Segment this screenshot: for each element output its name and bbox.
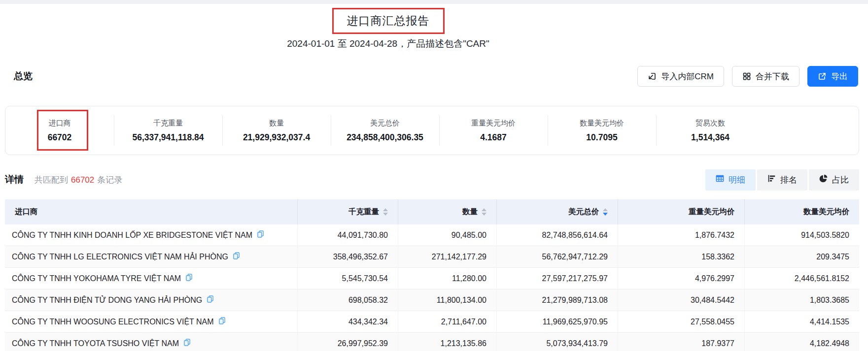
- stat-label: 美元总价: [331, 119, 439, 128]
- stat-quantity: 数量 21,929,932,037.4: [222, 119, 331, 143]
- table-row: CÔNG TY TNHH YOKOHAMA TYRE VIỆT NAM 5,54…: [5, 268, 859, 289]
- usd-total-cell: 11,969,625,970.95: [496, 311, 618, 332]
- importer-name: CÔNG TY TNHH KINH DOANH LỐP XE BRIDGESTO…: [12, 231, 252, 240]
- stat-label: 千克重量: [114, 119, 222, 128]
- quantity-cell: 11,800,134.00: [398, 289, 496, 311]
- overview-heading: 总览: [14, 70, 33, 83]
- details-row: 详情 共匹配到66702条记录 明细: [5, 169, 859, 191]
- tab-detail-label: 明细: [729, 174, 745, 186]
- column-header-quantity[interactable]: 数量: [398, 199, 496, 224]
- quantity-cell: 2,711,647.00: [398, 311, 496, 332]
- usd-per-qty-cell: 4,414.1535: [744, 311, 859, 332]
- column-label: 数量: [462, 207, 478, 217]
- overview-section-row: 总览 导入内部CRM: [14, 65, 858, 88]
- copy-icon[interactable]: [207, 295, 213, 305]
- stat-value: 1,514,364: [656, 132, 764, 143]
- stat-kg-weight: 千克重量 56,337,941,118.84: [114, 119, 222, 143]
- importer-name: CÔNG TY TNHH WOOSUNG ELECTRONICS VIỆT NA…: [12, 318, 214, 326]
- column-label: 美元总价: [568, 207, 599, 217]
- quantity-cell: 271,142,177.29: [398, 246, 496, 267]
- tab-detail[interactable]: 明细: [705, 169, 756, 191]
- match-summary: 共匹配到66702条记录: [35, 174, 122, 186]
- column-label: 数量美元均价: [803, 207, 849, 217]
- action-buttons: 导入内部CRM 合并下载: [637, 66, 858, 87]
- kg-weight-cell: 698,058.32: [297, 289, 398, 311]
- merge-download-label: 合并下载: [756, 71, 789, 82]
- sort-icon[interactable]: [383, 208, 388, 216]
- column-header-importer: 进口商: [5, 199, 297, 224]
- usd-total-cell: 5,073,934,413.79: [496, 333, 618, 351]
- usd-per-qty-cell: 4,182.4948: [744, 333, 859, 351]
- usd-total-cell: 21,279,989,713.08: [496, 289, 618, 311]
- column-label: 进口商: [15, 207, 38, 217]
- copy-icon[interactable]: [184, 339, 190, 348]
- importer-cell: CÔNG TY TNHH ĐIỆN TỬ DONG YANG HẢI PHÒNG: [5, 289, 297, 311]
- importer-name: CÔNG TY TNHH ĐIỆN TỬ DONG YANG HẢI PHÒNG: [12, 296, 202, 305]
- usd-total-cell: 27,597,217,275.97: [496, 268, 618, 289]
- copy-icon[interactable]: [257, 230, 264, 240]
- tab-ranking[interactable]: 排名: [757, 169, 807, 191]
- view-mode-tabs: 明细 排名: [705, 169, 859, 191]
- usd-per-kg-cell: 30,484.5442: [618, 289, 744, 311]
- merge-download-button[interactable]: 合并下载: [732, 66, 799, 87]
- quantity-cell: 90,485.00: [398, 224, 496, 246]
- sort-icon-active-desc[interactable]: [603, 208, 608, 216]
- importer-name: CÔNG TY TNHH LG ELECTRONICS VIỆT NAM HẢI…: [12, 253, 228, 261]
- copy-icon[interactable]: [233, 252, 240, 261]
- stat-usd-per-kg: 重量美元均价 4.1687: [439, 119, 548, 143]
- table-header-row: 进口商 千克重量 数量 美元总价 重量美元均价 数量美元均价: [5, 199, 859, 224]
- usd-per-kg-cell: 4,976.2997: [618, 268, 744, 289]
- column-header-usd-total[interactable]: 美元总价: [496, 199, 618, 224]
- table-row: CÔNG TY TNHH LG ELECTRONICS VIỆT NAM HẢI…: [5, 246, 859, 268]
- import-crm-button[interactable]: 导入内部CRM: [637, 66, 724, 87]
- report-subtitle: 2024-01-01 至 2024-04-28，产品描述包含"CAR": [0, 37, 822, 50]
- kg-weight-cell: 434,342.34: [297, 311, 398, 332]
- stat-value: 10.7095: [548, 132, 656, 143]
- copy-icon[interactable]: [186, 274, 192, 283]
- stat-value: 4.1687: [439, 132, 548, 143]
- title-red-annotation-box: 进口商汇总报告: [332, 8, 445, 34]
- tab-share-label: 占比: [832, 174, 849, 186]
- details-left: 详情 共匹配到66702条记录: [5, 173, 122, 186]
- importer-name: CÔNG TY TNHH YOKOHAMA TYRE VIỆT NAM: [12, 274, 181, 283]
- page-title: 进口商汇总报告: [347, 14, 430, 27]
- match-prefix: 共匹配到: [35, 175, 68, 185]
- usd-per-kg-cell: 187.9377: [618, 333, 744, 351]
- match-suffix: 条记录: [97, 175, 122, 185]
- importer-cell: CÔNG TY TNHH KINH DOANH LỐP XE BRIDGESTO…: [5, 224, 297, 246]
- importers-table: 进口商 千克重量 数量 美元总价 重量美元均价 数量美元均价: [5, 199, 859, 351]
- usd-per-qty-cell: 209.3475: [744, 246, 859, 267]
- quantity-cell: 11,280.00: [398, 268, 496, 289]
- stat-trade-count: 贸易次数 1,514,364: [656, 119, 764, 143]
- importer-cell: CÔNG TY TNHH TOYOTA TSUSHO VIỆT NAM: [5, 333, 297, 351]
- export-icon: [818, 72, 827, 81]
- import-crm-label: 导入内部CRM: [661, 71, 714, 82]
- ranking-bars-icon: [767, 174, 776, 185]
- table-row: CÔNG TY TNHH ĐIỆN TỬ DONG YANG HẢI PHÒNG…: [5, 289, 859, 311]
- stat-value: 234,858,400,306.35: [331, 132, 439, 143]
- usd-per-kg-cell: 1,876.7432: [618, 224, 744, 246]
- column-label: 重量美元均价: [689, 207, 734, 217]
- export-button[interactable]: 导出: [807, 66, 858, 87]
- usd-per-kg-cell: 158.3362: [618, 246, 744, 267]
- stat-value: 56,337,941,118.84: [114, 132, 222, 143]
- importer-name: CÔNG TY TNHH TOYOTA TSUSHO VIỆT NAM: [12, 339, 179, 348]
- column-header-kg-weight[interactable]: 千克重量: [297, 199, 398, 224]
- usd-total-cell: 56,762,947,712.29: [496, 246, 618, 267]
- kg-weight-cell: 26,997,952.39: [297, 333, 398, 351]
- table-icon: [716, 174, 724, 185]
- usd-per-qty-cell: 1,803.3685: [744, 289, 859, 311]
- sort-icon[interactable]: [482, 208, 486, 216]
- importer-cell: CÔNG TY TNHH WOOSUNG ELECTRONICS VIỆT NA…: [5, 311, 297, 332]
- top-edge-strip: [0, 0, 868, 4]
- tab-share[interactable]: 占比: [809, 169, 859, 191]
- title-wrap: 进口商汇总报告: [0, 8, 822, 34]
- copy-icon[interactable]: [219, 317, 225, 326]
- kg-weight-cell: 5,545,730.54: [297, 268, 398, 289]
- stat-usd-total: 美元总价 234,858,400,306.35: [331, 119, 439, 143]
- stat-value: 21,929,932,037.4: [222, 132, 331, 143]
- usd-total-cell: 82,748,856,614.64: [496, 224, 618, 246]
- tab-ranking-label: 排名: [780, 174, 797, 186]
- usd-per-qty-cell: 2,446,561.8152: [744, 268, 859, 289]
- export-label: 导出: [831, 71, 848, 82]
